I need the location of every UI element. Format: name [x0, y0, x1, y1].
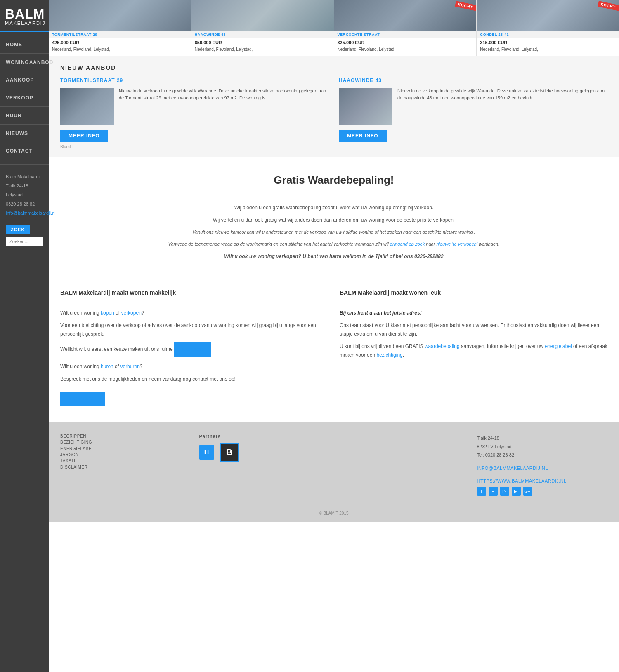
aanbod-img-0 — [60, 88, 114, 125]
sidebar-nav-contact[interactable]: CONTACT — [0, 142, 49, 160]
footer-link-jargon[interactable]: JARGON — [60, 452, 191, 457]
sidebar-logo: BALM MAKELAARDIJ — [0, 0, 49, 32]
top-listings: TORMENTILSTRAAT 29425.000 EURNederland, … — [49, 0, 619, 56]
property-address-2: VERKOCHTE STRAAT — [334, 31, 477, 38]
footer-url[interactable]: https://www.balmmakelaardij.nl — [477, 478, 608, 483]
footer: BEGRIPPENBEZICHTIGINGENERGIELABELJARGONT… — [49, 422, 619, 523]
copyright: © BLAMIT 2015 — [319, 511, 348, 516]
contact-email-link[interactable]: info@balmmakelaardij.nl — [6, 211, 56, 215]
logo-balm: BALM — [5, 7, 44, 21]
property-location-1: Nederland, Flevoland, Lelystad, — [195, 46, 331, 52]
partners-logos: H B — [199, 443, 330, 462]
waardebepaling-p2: Wij vertellen u dan ook graag wat wij an… — [73, 216, 594, 224]
sidebar-nav: HOMEWONINGAANBODAANKOOPVERKOOPHUURNIEUWS… — [0, 36, 49, 160]
youtube-link[interactable]: ▶ — [512, 487, 521, 496]
aanbod-body-1: Nieuw in de verkoop in de gewilde wijk W… — [339, 88, 607, 125]
wonen-leuk-title: BALM Makelaardij maakt wonen leuk — [340, 289, 607, 296]
contact-button[interactable]: CONTACT — [60, 392, 105, 406]
meer-info-btn-0[interactable]: MEER INFO — [60, 130, 108, 142]
footer-bottom: © BLAMIT 2015 — [60, 506, 607, 516]
sidebar-nav-huur[interactable]: HUUR — [0, 107, 49, 125]
footer-link-disclaimer[interactable]: DISCLAIMER — [60, 465, 191, 469]
linkedin-link[interactable]: in — [500, 487, 509, 496]
wonen-leuk-p2: U kunt bij ons vrijblijvend een GRATIS w… — [340, 342, 607, 359]
bezichtiging-link[interactable]: bezichtiging — [376, 352, 402, 358]
nieuw-aanbod-title: NIEUW AANBOD — [60, 64, 607, 71]
waardebepaling-p5: Wilt u ook uw woning verkopen? U bent va… — [73, 252, 594, 260]
dringend-link[interactable]: dringend op zoek — [390, 241, 425, 246]
sidebar-search: ZOEK — [0, 225, 49, 252]
wonen-makkelijk-col: BALM Makelaardij maakt wonen makkelijk W… — [60, 289, 328, 406]
wonen-leuk-col: BALM Makelaardij maakt wonen leuk Bij on… — [340, 289, 607, 406]
property-location-0: Nederland, Flevoland, Lelystad, — [52, 46, 188, 52]
wonen-grid: BALM Makelaardij maakt wonen makkelijk W… — [60, 289, 607, 406]
search-input[interactable] — [6, 237, 43, 246]
footer-address2: 8232 LV Lelystad — [477, 442, 608, 451]
footer-phone: Tel: 0320 28 28 82 — [477, 451, 608, 459]
aanbod-item-1: HAAGWINDE 43 Nieuw in de verkoop in de g… — [339, 78, 607, 142]
wonen-p4: Wilt u een woning huren of verhuren? — [60, 362, 328, 371]
aanbod-title-0: TORMENTILSTRAAT 29 — [60, 78, 329, 83]
twitter-link[interactable]: t — [477, 487, 486, 496]
nieuwe-link[interactable]: nieuwe 'te verkopen' — [436, 241, 477, 246]
property-address-0: TORMENTILSTRAAT 29 — [49, 31, 191, 38]
sidebar-nav-verkoop[interactable]: VERKOOP — [0, 89, 49, 107]
footer-link-energielabel[interactable]: ENERGIELABEL — [60, 446, 191, 451]
sidebar-nav-nieuws[interactable]: NIEUWS — [0, 125, 49, 142]
verkopen-link[interactable]: verkopen — [121, 310, 141, 316]
aanbod-text-0: Nieuw in de verkoop in de gewilde wijk W… — [119, 88, 329, 125]
aanbod-footer: BlamIT — [60, 144, 607, 149]
property-price-2: 325.000 EUR — [338, 39, 473, 46]
footer-email[interactable]: info@balmmakelaardij.nl — [477, 466, 608, 471]
wonen-p2: Voor een toelichting over de verkoop of … — [60, 321, 328, 338]
footer-address1: Tjaik 24-18 — [477, 434, 608, 442]
partner-logo-b: B — [220, 443, 239, 462]
main-content: TORMENTILSTRAAT 29425.000 EURNederland, … — [49, 0, 619, 672]
aanbod-grid: TORMENTILSTRAAT 29 Nieuw in de verkoop i… — [60, 78, 607, 142]
waardebepaling-link[interactable]: waardebepaling — [425, 343, 460, 349]
zoek-button[interactable]: ZOEK — [6, 225, 30, 234]
property-price-3: 315.000 EUR — [480, 39, 616, 46]
footer-partners-col: Partners H B — [199, 434, 330, 498]
property-card-0: TORMENTILSTRAAT 29425.000 EURNederland, … — [49, 0, 191, 56]
footer-links-col: BEGRIPPENBEZICHTIGINGENERGIELABELJARGONT… — [60, 434, 191, 498]
verhuren-link[interactable]: verhuren — [120, 364, 139, 369]
footer-empty-col — [338, 434, 469, 498]
wonen-leuk-highlight: Bij ons bent u aan het juiste adres! — [340, 309, 607, 317]
wonen-p5: Bespreek met ons de mogelijkheden en nee… — [60, 375, 328, 383]
aanbod-button[interactable]: AANBOD — [174, 342, 211, 357]
waardebepaling-title: Gratis Waardebepaling! — [73, 174, 594, 187]
footer-link-taxatie[interactable]: TAXATIE — [60, 459, 191, 463]
property-card-1: HAAGWINDE 43650.000 EURNederland, Flevol… — [191, 0, 334, 56]
partner-logo-h: H — [199, 445, 214, 460]
aanbod-img-1 — [339, 88, 392, 125]
contact-address: Tjaik 24-18 — [6, 181, 43, 190]
property-image-3: KOCHT — [477, 0, 619, 31]
sidebar-nav-home[interactable]: HOME — [0, 36, 49, 54]
aanbod-body-0: Nieuw in de verkoop in de gewilde wijk W… — [60, 88, 329, 125]
sidebar-contact: Balm Makelaardij Tjaik 24-18 Lelystad 03… — [0, 164, 49, 225]
sidebar-nav-woningaanbod[interactable]: WONINGAANBOD — [0, 54, 49, 71]
waardebepaling-p1: Wij bieden u een gratis waardebepaling z… — [73, 203, 594, 212]
footer-link-begrippen[interactable]: BEGRIPPEN — [60, 434, 191, 438]
wonen-makkelijk-title: BALM Makelaardij maakt wonen makkelijk — [60, 289, 328, 296]
meer-info-btn-1[interactable]: MEER INFO — [339, 130, 387, 142]
footer-grid: BEGRIPPENBEZICHTIGINGENERGIELABELJARGONT… — [60, 434, 607, 498]
property-address-3: GONDEL 28-41 — [477, 31, 619, 38]
property-location-2: Nederland, Flevoland, Lelystad, — [338, 46, 473, 52]
energielabel-link[interactable]: energielabel — [545, 343, 572, 349]
aanbod-title-1: HAAGWINDE 43 — [339, 78, 607, 83]
property-image-1 — [191, 0, 334, 31]
waardebepaling-p3: Vanuit ons nieuwe kantoor kan wij u onde… — [73, 228, 594, 236]
google-plus-link[interactable]: g+ — [523, 487, 532, 496]
aanbod-text-1: Nieuw in de verkoop in de gewilde wijk W… — [397, 88, 607, 125]
footer-link-bezichtiging[interactable]: BEZICHTIGING — [60, 440, 191, 445]
sidebar-nav-aankoop[interactable]: AANKOOP — [0, 71, 49, 89]
kopen-link[interactable]: kopen — [101, 310, 114, 316]
huren-link[interactable]: huren — [101, 364, 113, 369]
wonen-section: BALM Makelaardij maakt wonen makkelijk W… — [49, 281, 619, 422]
property-card-2: KOCHTVERKOCHTE STRAAT325.000 EURNederlan… — [334, 0, 477, 56]
wonen-p3: Wellicht wilt u eerst een keuze maken ui… — [60, 342, 328, 357]
facebook-link[interactable]: f — [489, 487, 498, 496]
nieuw-aanbod-section: NIEUW AANBOD TORMENTILSTRAAT 29 Nieuw in… — [49, 56, 619, 157]
